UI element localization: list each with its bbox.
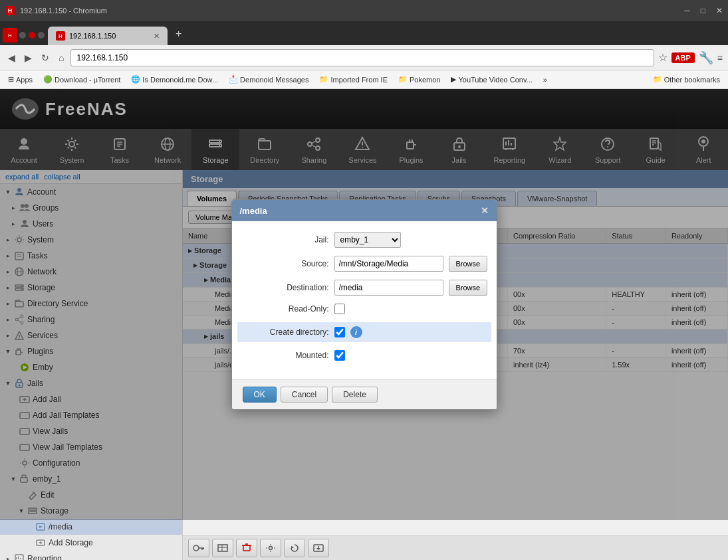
media-icon	[35, 521, 47, 533]
forward-btn[interactable]: ▶	[22, 50, 35, 66]
bookmark-demonoid-messages[interactable]: 📩 Demonoid Messages	[225, 74, 312, 85]
mounted-checkbox[interactable]	[334, 350, 345, 361]
jail-select[interactable]: emby_1	[334, 232, 401, 248]
adblock-icon[interactable]: ABP	[671, 52, 695, 63]
source-input[interactable]	[334, 256, 443, 272]
menu-icon[interactable]: ≡	[717, 52, 723, 63]
refresh-btn[interactable]: ↻	[39, 50, 52, 66]
config-btn[interactable]	[260, 539, 281, 557]
media-modal: /media ✕ Jail: emby_1 Source: Browse Des…	[231, 199, 497, 410]
add-storage-icon	[35, 537, 47, 549]
refresh-table-btn[interactable]	[284, 539, 305, 557]
create-dir-label: Create directory:	[243, 327, 329, 337]
modal-title-bar: /media ✕	[232, 200, 497, 221]
source-label: Source:	[243, 259, 329, 268]
create-dir-info-icon[interactable]: i	[350, 326, 362, 338]
destination-row: Destination: Browse	[243, 280, 486, 296]
browser-toolbar: ◀ ▶ ↻ ⌂ ☆ ABP 🔧 ≡	[0, 45, 728, 70]
tab-indicator	[19, 32, 26, 39]
destination-browse-btn[interactable]: Browse	[449, 280, 488, 296]
address-input[interactable]	[70, 49, 654, 66]
reporting-folder-icon	[13, 553, 25, 560]
sidebar-item-add-storage[interactable]: Add Storage	[0, 535, 182, 551]
bookmark-messages-icon: 📩	[229, 75, 238, 84]
add-storage-toggle	[24, 537, 35, 548]
tab-indicator2	[29, 32, 35, 39]
modal-footer: OK Cancel Delete	[232, 379, 497, 409]
active-tab[interactable]: H 192.168.1.150 ✕	[48, 27, 168, 45]
readonly-label: Read-Only:	[243, 304, 329, 314]
bookmark-other[interactable]: 📁 Other bookmarks	[649, 74, 724, 85]
readonly-checkbox[interactable]	[334, 304, 345, 314]
tab-bar: H H 192.168.1.150 ✕ +	[0, 21, 728, 45]
modal-close-btn[interactable]: ✕	[481, 205, 489, 216]
create-dir-checkbox[interactable]	[334, 327, 345, 337]
browser-titlebar: H 192.168.1.150 - Chromium ─ □ ✕	[0, 0, 728, 21]
media-label: /media	[49, 522, 72, 531]
destination-input[interactable]	[334, 280, 443, 296]
destination-label: Destination:	[243, 283, 329, 292]
source-row: Source: Browse	[243, 256, 486, 272]
browser-icon: H	[5, 6, 15, 15]
svg-marker-108	[291, 546, 294, 549]
tab-indicator3	[38, 32, 45, 39]
reporting-toggle: ▸	[3, 553, 13, 560]
bookmark-imported-icon: 📁	[319, 75, 328, 84]
create-dir-row: Create directory: i	[237, 322, 491, 342]
bookmark-apps[interactable]: ⊞ Apps	[4, 74, 37, 85]
ok-btn[interactable]: OK	[243, 387, 277, 403]
close-btn[interactable]: ✕	[716, 6, 723, 15]
bookmark-star-icon[interactable]: ☆	[658, 51, 667, 64]
bookmark-utorrent-icon: 🟢	[43, 75, 53, 84]
bookmark-demonoid-down[interactable]: 🌐 Is Demonoid.me Dow...	[127, 74, 222, 85]
bookmark-apps-icon: ⊞	[8, 75, 14, 84]
bookmark-imported[interactable]: 📁 Imported From IE	[315, 74, 392, 85]
svg-marker-89	[39, 525, 43, 528]
bookmark-demonoid-down-icon: 🌐	[131, 75, 140, 84]
readonly-row: Read-Only:	[243, 304, 486, 314]
edit-table-btn[interactable]	[212, 539, 233, 557]
modal-body: Jail: emby_1 Source: Browse Destination:…	[232, 221, 497, 379]
bookmark-youtube[interactable]: ▶ YouTube Video Conv...	[447, 74, 536, 85]
reporting-label: Reporting	[27, 554, 62, 560]
minimize-btn[interactable]: ─	[684, 6, 690, 15]
bookmark-youtube-icon: ▶	[451, 75, 456, 84]
media-toggle	[24, 521, 35, 532]
sidebar-item-media[interactable]: /media	[0, 519, 182, 535]
home-btn[interactable]: ⌂	[56, 50, 66, 66]
bottom-toolbar	[183, 535, 728, 560]
tab-close-icon[interactable]: ✕	[154, 32, 160, 41]
bookmark-more[interactable]: »	[539, 74, 551, 85]
mounted-label: Mounted:	[243, 351, 329, 360]
svg-rect-104	[243, 545, 250, 551]
svg-point-107	[269, 547, 273, 550]
tab-title: 192.168.1.150	[69, 32, 116, 40]
bookmark-other-icon: 📁	[653, 75, 662, 84]
modal-overlay: /media ✕ Jail: emby_1 Source: Browse Des…	[0, 89, 728, 520]
tab-favicon: H	[56, 31, 65, 41]
modal-title-text: /media	[240, 206, 267, 216]
bookmark-utorrent[interactable]: 🟢 Download - µTorrent	[39, 74, 124, 85]
maximize-btn[interactable]: □	[701, 6, 705, 15]
delete-modal-btn[interactable]: Delete	[332, 387, 378, 403]
add-storage-label: Add Storage	[49, 538, 93, 547]
bookmark-pokemon-icon: 📁	[398, 75, 408, 84]
extensions-icon[interactable]: 🔧	[699, 50, 713, 65]
back-btn[interactable]: ◀	[5, 50, 18, 66]
svg-rect-101	[218, 545, 227, 551]
svg-marker-111	[316, 548, 320, 550]
jail-row: Jail: emby_1	[243, 232, 486, 248]
new-tab-btn[interactable]: +	[170, 25, 187, 45]
cancel-btn[interactable]: Cancel	[281, 387, 328, 403]
export-btn[interactable]	[308, 539, 329, 557]
sidebar-item-reporting[interactable]: ▸ Reporting	[0, 551, 182, 560]
svg-point-97	[193, 545, 199, 551]
bookmarks-bar: ⊞ Apps 🟢 Download - µTorrent 🌐 Is Demono…	[0, 70, 728, 89]
key-btn[interactable]	[188, 539, 209, 557]
mounted-row: Mounted:	[243, 350, 486, 361]
delete-btn[interactable]	[236, 539, 257, 557]
source-browse-btn[interactable]: Browse	[449, 256, 488, 272]
browser-window-title: 192.168.1.150 - Chromium	[20, 7, 107, 15]
bookmark-pokemon[interactable]: 📁 Pokemon	[394, 74, 444, 85]
tab-favicon-1: H	[3, 28, 17, 43]
